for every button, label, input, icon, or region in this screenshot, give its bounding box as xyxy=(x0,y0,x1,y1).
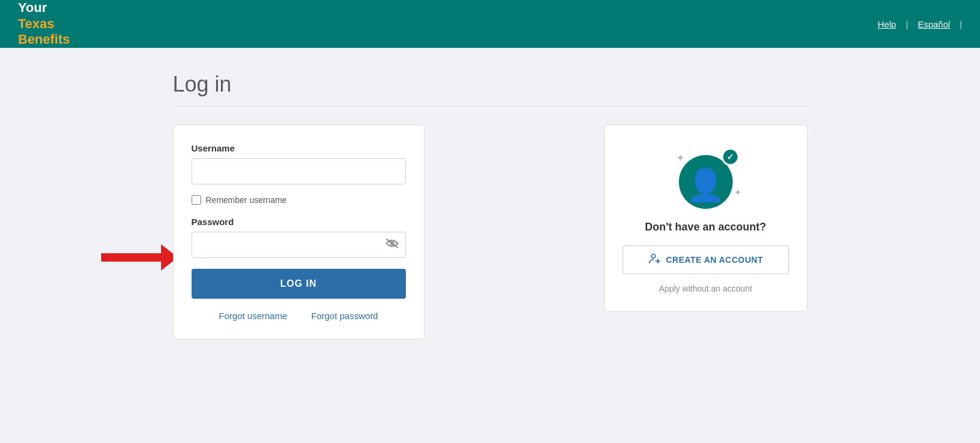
person-icon: 👤 xyxy=(686,167,725,204)
login-card-wrapper: Username Remember username Password xyxy=(173,125,424,339)
toggle-password-icon[interactable] xyxy=(386,238,399,252)
espanol-link[interactable]: Español xyxy=(918,19,950,29)
login-button[interactable]: LOG IN xyxy=(192,269,406,299)
logo: Your Texas Benefits xyxy=(18,0,70,47)
main-content: Log in Username Reme xyxy=(161,48,820,363)
create-account-button[interactable]: CREATE AN ACCOUNT xyxy=(623,245,789,274)
account-illustration: ✦ ✦ 👤 ✓ ✦ xyxy=(670,143,742,209)
arrow-body xyxy=(101,253,161,262)
sparkle-tl-icon: ✦ xyxy=(676,151,685,165)
forgot-username-link[interactable]: Forgot username xyxy=(219,311,287,321)
header-nav: Help | Español | xyxy=(878,19,962,29)
checkmark-badge: ✓ xyxy=(721,148,739,166)
remember-label: Remember username xyxy=(206,195,287,205)
logo-your: Your xyxy=(18,0,70,16)
username-input[interactable] xyxy=(192,158,406,184)
forgot-links: Forgot username Forgot password xyxy=(192,311,406,321)
sparkle-br-icon: ✦ xyxy=(734,187,742,198)
dont-have-account-text: Don't have an account? xyxy=(645,221,766,233)
login-card: Username Remember username Password xyxy=(173,125,424,339)
arrow-container xyxy=(101,244,178,271)
password-wrapper xyxy=(192,232,406,258)
help-link[interactable]: Help xyxy=(878,19,896,29)
content-row: Username Remember username Password xyxy=(173,125,808,339)
forgot-password-link[interactable]: Forgot password xyxy=(311,311,378,321)
logo-texas: Texas xyxy=(18,16,70,32)
username-group: Username xyxy=(192,143,406,184)
remember-row: Remember username xyxy=(192,195,406,205)
apply-without-account-link[interactable]: Apply without an account xyxy=(659,284,753,293)
nav-divider-2: | xyxy=(960,19,962,29)
svg-point-1 xyxy=(651,254,656,258)
username-label: Username xyxy=(192,143,406,153)
red-arrow xyxy=(101,244,178,271)
create-account-label: CREATE AN ACCOUNT xyxy=(666,255,763,265)
header: Your Texas Benefits Help | Español | xyxy=(0,0,980,48)
password-label: Password xyxy=(192,217,406,227)
signup-card: ✦ ✦ 👤 ✓ ✦ Don't have an account? xyxy=(604,125,808,312)
password-input[interactable] xyxy=(192,232,406,258)
create-account-icon xyxy=(648,253,660,268)
logo-benefits: Benefits xyxy=(18,32,70,47)
remember-checkbox[interactable] xyxy=(192,195,201,205)
page-title: Log in xyxy=(173,72,808,107)
nav-divider: | xyxy=(906,19,908,29)
password-group: Password xyxy=(192,217,406,258)
